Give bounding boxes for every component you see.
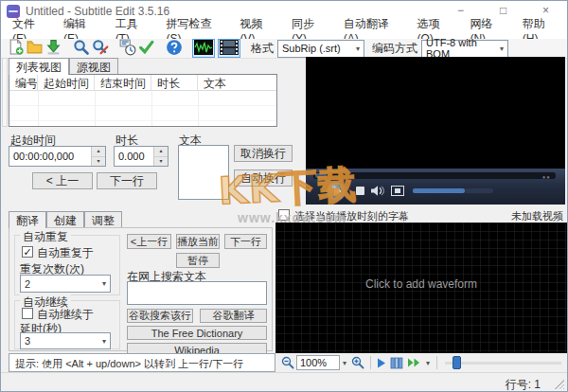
stop-button[interactable] [356,187,364,195]
repeat-count-value: 2 [25,278,30,290]
tab-list-view[interactable]: 列表视图 [9,58,69,75]
next-line-button-2[interactable]: 下一行 [224,234,267,249]
waveform-play-button[interactable] [375,355,388,371]
volume-button[interactable] [370,185,384,200]
visual-sync-button[interactable] [118,40,136,58]
column-end-time[interactable]: 结束时间 [95,75,151,90]
spin-down-icon[interactable]: ▾ [92,157,105,167]
new-file-icon [8,39,24,58]
play-icon [334,187,342,196]
column-duration[interactable]: 时长 [151,75,198,90]
subtitle-list-header: 编号 起始时间 结束时间 时长 文本 [9,75,276,91]
help-icon [166,39,183,59]
hint-text: 提示: 使用 <Alt + up/down> 以转到 上一行/下一行 [9,353,275,372]
subtitle-edit-window: Untitled - Subtitle Edit 3.5.16 − □ × 文件… [0,0,568,392]
waveform-toolbar: 100% ▾ ▾ [275,353,567,372]
column-start-time[interactable]: 起始时间 [38,75,95,90]
checkmark-icon [138,39,154,58]
save-icon [45,39,62,58]
spin-down-icon[interactable]: ▾ [154,157,168,167]
select-current-subtitle-checkbox[interactable] [278,209,290,221]
delay-value: 3 [25,335,30,347]
previous-line-button[interactable]: <上一行 [127,234,171,249]
select-current-subtitle-label[interactable]: 选择当前播放时刻的字幕 [294,209,409,223]
help-button[interactable] [165,40,183,58]
column-text[interactable]: 文本 [198,75,276,90]
duration-value[interactable]: 0.000 [115,147,153,166]
spin-up-icon[interactable]: ▴ [92,147,105,157]
pause-button[interactable]: 暂停 [176,253,220,268]
subtitle-list[interactable]: 编号 起始时间 结束时间 时长 文本 [9,74,277,127]
column-number[interactable]: 编号 [9,75,38,90]
view-tabs: 列表视图 源视图 [9,58,118,75]
subtitle-text-area[interactable] [178,145,229,200]
tab-source-view[interactable]: 源视图 [69,58,118,74]
start-time-value[interactable]: 00:00:00,000 [9,147,91,166]
volume-slider-track[interactable] [465,188,493,193]
line-number-status: 行号: 1 [506,377,541,392]
subtitle-list-body[interactable] [9,91,276,126]
fullscreen-button[interactable] [391,186,404,199]
zoom-out-button[interactable] [279,355,296,371]
play-button[interactable] [326,181,346,202]
waveform-icon [194,40,213,58]
spell-check-button[interactable] [137,40,155,58]
spin-up-icon[interactable]: ▴ [154,147,168,157]
toggle-video-button[interactable] [218,39,240,58]
chevron-down-icon: ▾ [102,337,106,346]
new-file-button[interactable] [7,40,25,58]
show-spectrogram-button[interactable] [388,355,405,371]
auto-repeat-checkbox[interactable]: ✓ [22,246,33,258]
tab-adjust[interactable]: 调整 [84,211,122,227]
tab-create[interactable]: 创建 [46,211,84,227]
video-player[interactable]: ●● [306,57,565,205]
waveform-area[interactable]: Click to add waveform [275,223,567,353]
volume-slider[interactable] [413,188,465,193]
video-not-loaded-label: 未加载视频 [511,209,563,223]
repeat-count-select[interactable]: 2 ▾ [20,275,111,293]
delay-select[interactable]: 3 ▾ [20,332,111,349]
encoding-select[interactable]: UTF-8 with BOM▾ [421,40,508,58]
chevron-down-icon: ▾ [495,45,504,53]
waveform-zoom-value[interactable]: 100% [296,355,340,370]
resize-grip[interactable] [555,380,564,389]
format-label: 格式 [251,41,274,57]
playback-speed-button[interactable] [405,355,423,371]
replace-icon [92,39,109,59]
find-button[interactable] [72,40,90,58]
auto-repeat-group-label: 自动重复 [20,229,71,245]
auto-break-button[interactable]: 自动换行 [234,169,293,187]
play-current-button[interactable]: 播放当前 [176,234,220,249]
toggle-waveform-button[interactable] [192,39,215,58]
google-search-button[interactable]: 谷歌搜索该行 [127,309,193,323]
free-dictionary-button[interactable]: The Free Dictionary [127,326,267,340]
chevron-down-icon[interactable]: ▾ [340,359,349,367]
format-select[interactable]: SubRip (.srt)▾ [277,40,364,58]
splitter-handle[interactable] [2,58,8,127]
replace-button[interactable] [91,40,109,58]
zoom-in-button[interactable] [349,355,366,371]
chevron-down-icon[interactable]: ▾ [423,359,433,367]
chevron-down-icon: ▾ [102,279,106,288]
chevron-down-icon: ▾ [351,45,360,53]
waveform-scrollbar[interactable] [445,362,561,365]
unbreak-button[interactable]: 取消换行 [234,145,293,162]
auto-repeat-checkbox-label[interactable]: 自动重复于 [37,245,94,261]
waveform-scrollbar-thumb[interactable] [453,356,461,369]
save-button[interactable] [44,40,62,58]
web-search-input[interactable] [127,281,267,305]
start-time-spinner[interactable]: 00:00:00,000 ▴▾ [9,146,106,167]
seek-thumb[interactable] [315,173,327,178]
tool-bar: 格式 SubRip (.srt)▾ 编码方式 UTF-8 with BOM▾ [1,39,567,59]
previous-button[interactable]: < 上一 [32,172,93,189]
auto-continue-checkbox[interactable] [22,308,33,319]
tab-translate[interactable]: 翻译 [9,211,46,228]
encoding-label: 编码方式 [372,41,417,57]
seek-bar[interactable]: ●● [313,172,556,179]
duration-spinner[interactable]: 0.000 ▴▾ [114,146,169,167]
waveform-placeholder[interactable]: Click to add waveform [275,277,567,291]
google-translate-button[interactable]: 谷歌翻译 [200,309,267,323]
open-file-button[interactable] [26,40,44,58]
open-folder-icon [27,39,43,58]
next-line-button[interactable]: 下一行 [97,172,157,189]
